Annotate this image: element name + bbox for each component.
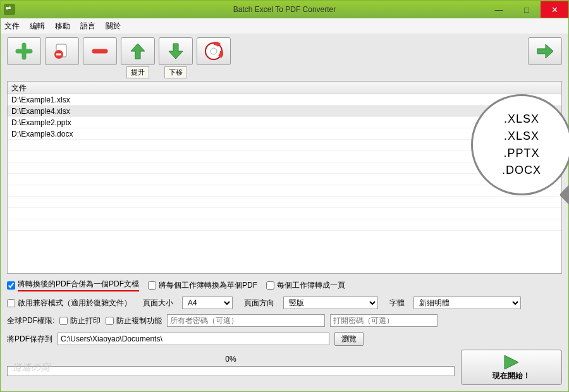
maximize-button[interactable]: □ [513, 1, 541, 18]
no-copy-label: 防止複制功能 [116, 315, 162, 326]
save-row: 將PDF保存到 瀏覽 [7, 332, 562, 346]
font-select[interactable]: 新細明體 [413, 297, 521, 309]
save-label: 將PDF保存到 [7, 334, 52, 345]
file-list[interactable]: 文件 D:\Example1.xlsx D:\Example4.xlsx D:\… [7, 81, 562, 274]
orientation-select[interactable]: 竪版 [283, 297, 378, 309]
no-print-label: 防止打印 [70, 315, 101, 326]
no-copy-checkbox-input[interactable] [106, 317, 114, 325]
save-path-input[interactable] [58, 333, 329, 345]
page-size-label: 頁面大小 [143, 298, 173, 309]
no-print-checkbox[interactable]: 防止打印 [59, 315, 101, 326]
font-label: 字體 [389, 298, 405, 309]
plus-icon [15, 42, 33, 60]
minus-icon [91, 42, 109, 60]
permissions-row: 全球PDF權限: 防止打印 防止複制功能 [7, 314, 562, 327]
list-item[interactable] [8, 197, 561, 208]
minimize-button[interactable]: — [485, 1, 513, 18]
merge-label: 將轉換後的PDF合併為一個PDF文檔 [18, 279, 139, 291]
remove-button[interactable] [83, 37, 117, 65]
svg-point-4 [211, 48, 217, 54]
help-button[interactable] [197, 37, 231, 65]
orientation-label: 頁面方向 [244, 298, 274, 309]
one-page-checkbox[interactable]: 每個工作簿轉成一頁 [266, 280, 345, 291]
next-button[interactable] [528, 37, 562, 65]
list-item[interactable] [8, 174, 561, 185]
magnifier-ext: .XLSX [504, 113, 539, 126]
compat-checkbox-input[interactable] [7, 299, 15, 307]
options-row-2: 啟用兼容模式（適用於復雜文件） 頁面大小 A4 頁面方向 竪版 字體 新細明體 [7, 297, 562, 309]
movedown-button[interactable] [159, 37, 193, 65]
svg-rect-2 [56, 54, 61, 56]
start-button[interactable]: 現在開始！ [461, 350, 562, 385]
arrow-up-icon [130, 42, 146, 61]
start-label: 現在開始！ [493, 371, 530, 381]
magnifier-ext: .PPTX [503, 147, 539, 160]
moveup-button[interactable] [121, 37, 155, 65]
content-area: 提升 下移 文件 D:\Example1.xls [1, 34, 568, 391]
progress-text: 0% [7, 355, 455, 364]
movedown-label: 下移 [164, 66, 187, 78]
options-row-1: 將轉換後的PDF合併為一個PDF文檔 將每個工作簿轉換為單個PDF 每個工作簿轉… [7, 279, 562, 291]
lifebuoy-icon [204, 42, 223, 61]
owner-password-input[interactable] [167, 314, 325, 327]
app-icon [4, 4, 15, 15]
menu-language[interactable]: 語言 [80, 21, 95, 32]
moveup-label: 提升 [126, 66, 149, 78]
bottom-row: 0% 現在開始！ [7, 350, 562, 385]
merge-checkbox-input[interactable] [7, 281, 15, 290]
window-title: Batch Excel To PDF Converter [233, 5, 336, 14]
list-item[interactable] [8, 185, 561, 197]
list-item[interactable] [8, 208, 561, 219]
play-icon [502, 354, 521, 371]
each-workbook-label: 將每個工作簿轉換為單個PDF [159, 280, 257, 291]
remove-file-button[interactable] [45, 37, 79, 65]
browse-button[interactable]: 瀏覽 [334, 332, 364, 346]
one-page-label: 每個工作簿轉成一頁 [277, 280, 345, 291]
list-item[interactable]: D:\Example4.xlsx [8, 106, 561, 117]
open-password-input[interactable] [330, 314, 437, 327]
perms-label: 全球PDF權限: [7, 315, 54, 326]
magnifier-ext: .XLSX [504, 130, 539, 143]
progress-bar [7, 366, 455, 376]
no-print-checkbox-input[interactable] [59, 317, 68, 325]
arrow-right-icon [535, 43, 554, 59]
magnifier-overlay: .XLSX .XLSX .PPTX .DOCX [471, 94, 569, 195]
add-button[interactable] [7, 37, 41, 65]
list-header: 文件 [8, 82, 561, 94]
menubar: 文件 編輯 移動 語言 關於 [1, 18, 568, 34]
menu-about[interactable]: 關於 [106, 21, 121, 32]
each-workbook-checkbox-input[interactable] [148, 281, 156, 290]
compat-checkbox[interactable]: 啟用兼容模式（適用於復雜文件） [7, 298, 132, 309]
magnifier-ext: .DOCX [502, 164, 541, 177]
no-copy-checkbox[interactable]: 防止複制功能 [106, 315, 162, 326]
page-minus-icon [52, 43, 71, 59]
arrow-down-icon [168, 42, 184, 61]
menu-move[interactable]: 移動 [55, 21, 70, 32]
one-page-checkbox-input[interactable] [266, 281, 274, 290]
compat-label: 啟用兼容模式（適用於復雜文件） [18, 298, 132, 309]
list-item[interactable]: D:\Example1.xlsx [8, 94, 561, 106]
each-workbook-checkbox[interactable]: 將每個工作簿轉換為單個PDF [148, 280, 257, 291]
close-button[interactable]: ✕ [541, 1, 568, 18]
toolbar: 提升 下移 [7, 37, 562, 78]
menu-edit[interactable]: 編輯 [30, 21, 45, 32]
app-window: Batch Excel To PDF Converter — □ ✕ 文件 編輯… [0, 0, 569, 392]
titlebar: Batch Excel To PDF Converter — □ ✕ [1, 1, 568, 18]
list-item[interactable] [8, 219, 561, 231]
page-size-select[interactable]: A4 [182, 297, 233, 309]
merge-checkbox[interactable]: 將轉換後的PDF合併為一個PDF文檔 [7, 279, 139, 291]
menu-file[interactable]: 文件 [4, 21, 20, 32]
